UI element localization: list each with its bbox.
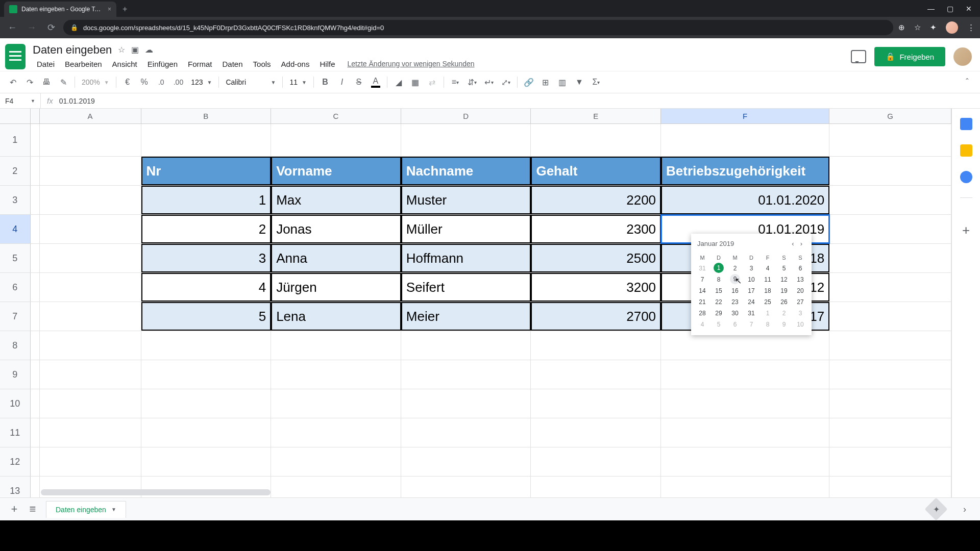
explore-button[interactable]: ✦	[924, 497, 947, 520]
datepicker-day[interactable]: 27	[792, 296, 808, 308]
datepicker-day[interactable]: 31	[743, 308, 760, 319]
datepicker-day[interactable]: 29	[710, 308, 727, 319]
decrease-decimal-icon[interactable]: .0	[154, 74, 169, 90]
filter-icon[interactable]: ▼	[572, 74, 587, 90]
currency-icon[interactable]: €	[120, 74, 135, 90]
menu-ansicht[interactable]: Ansicht	[108, 58, 141, 70]
row-header[interactable]: 6	[0, 273, 31, 302]
browser-menu-icon[interactable]: ⋮	[967, 23, 975, 32]
show-side-panel-icon[interactable]: ›	[954, 504, 975, 515]
cell[interactable]	[829, 186, 951, 214]
v-align-icon[interactable]: ⇵▾	[464, 74, 480, 90]
row-header[interactable]: 10	[0, 389, 31, 418]
menu-hilfe[interactable]: Hilfe	[315, 58, 339, 70]
name-box[interactable]: F4 ▼	[0, 93, 41, 108]
cloud-icon[interactable]: ☁	[145, 45, 153, 55]
datepicker-day[interactable]: 15	[710, 285, 727, 296]
row-header[interactable]: 5	[0, 244, 31, 272]
datepicker-day[interactable]: 16	[727, 285, 743, 296]
datepicker-day[interactable]: 8	[760, 319, 776, 330]
borders-icon[interactable]: ▦	[408, 74, 423, 90]
text-wrap-icon[interactable]: ↵▾	[481, 74, 497, 90]
cell[interactable]	[40, 389, 141, 418]
cell[interactable]: Betriebszugehörigkeit	[661, 157, 829, 185]
datepicker-day[interactable]: 5	[776, 263, 792, 274]
bold-icon[interactable]: B	[317, 74, 333, 90]
menu-addons[interactable]: Add-ons	[277, 58, 314, 70]
datepicker-day[interactable]: 6	[792, 263, 808, 274]
cell[interactable]: 1	[141, 186, 272, 214]
menu-daten[interactable]: Daten	[218, 58, 247, 70]
cell[interactable]	[829, 331, 951, 360]
cell[interactable]: Seifert	[401, 273, 531, 302]
cell[interactable]	[40, 331, 141, 360]
menu-tools[interactable]: Tools	[249, 58, 275, 70]
cell[interactable]: 4	[141, 273, 272, 302]
datepicker-prev-icon[interactable]: ‹	[789, 240, 797, 247]
cell[interactable]	[401, 389, 531, 418]
row-header[interactable]: 13	[0, 477, 31, 497]
star-icon[interactable]: ☆	[118, 45, 125, 55]
cell[interactable]	[531, 124, 661, 156]
horizontal-scrollbar[interactable]	[41, 489, 271, 495]
formula-input[interactable]: 01.01.2019	[59, 97, 95, 105]
cell[interactable]	[401, 418, 531, 447]
cell[interactable]	[271, 477, 401, 497]
datepicker-day[interactable]: 17	[743, 285, 760, 296]
cell[interactable]	[829, 244, 951, 272]
cell[interactable]: 3	[141, 244, 272, 272]
cell[interactable]	[531, 331, 661, 360]
all-sheets-button[interactable]: ≡	[23, 500, 42, 518]
cell[interactable]	[661, 477, 829, 497]
zoom-select[interactable]: 200%▼	[79, 78, 112, 86]
extensions-icon[interactable]: ✦	[930, 23, 937, 32]
close-tab-icon[interactable]: ×	[108, 6, 111, 13]
cell[interactable]	[141, 331, 272, 360]
datepicker-day[interactable]: 1	[714, 263, 724, 273]
comments-icon[interactable]	[851, 50, 866, 63]
cell[interactable]: 2700	[531, 302, 661, 331]
datepicker-day[interactable]: 3	[792, 308, 808, 319]
cell[interactable]	[40, 302, 141, 331]
insert-chart-icon[interactable]: ▥	[555, 74, 570, 90]
datepicker-day[interactable]: 8	[710, 274, 727, 285]
datepicker-day[interactable]: 23	[727, 296, 743, 308]
cell[interactable]	[141, 418, 272, 447]
cell[interactable]	[531, 477, 661, 497]
cell[interactable]	[661, 447, 829, 476]
cell[interactable]: Vorname	[271, 157, 401, 185]
cell[interactable]	[141, 447, 272, 476]
cell[interactable]	[40, 273, 141, 302]
text-rotation-icon[interactable]: ⤢▾	[498, 74, 513, 90]
cell[interactable]: Hoffmann	[401, 244, 531, 272]
h-align-icon[interactable]: ≡▾	[448, 74, 463, 90]
cell[interactable]	[829, 477, 951, 497]
cell[interactable]: Anna	[271, 244, 401, 272]
print-icon[interactable]: 🖶	[39, 74, 54, 90]
cell[interactable]	[40, 360, 141, 389]
close-window-icon[interactable]: ✕	[966, 5, 972, 13]
col-header-a[interactable]: A	[40, 109, 141, 123]
cell[interactable]: Jürgen	[271, 273, 401, 302]
reload-icon[interactable]: ⟳	[44, 22, 58, 33]
row-header[interactable]: 8	[0, 331, 31, 360]
col-header-d[interactable]: D	[401, 109, 531, 123]
menu-datei[interactable]: Datei	[33, 58, 59, 70]
cell[interactable]: 2500	[531, 244, 661, 272]
browser-tab[interactable]: Daten eingeben - Google Tabelle ×	[4, 2, 116, 17]
cell[interactable]	[40, 124, 141, 156]
cell[interactable]	[661, 360, 829, 389]
cell[interactable]	[401, 447, 531, 476]
col-header-b[interactable]: B	[141, 109, 272, 123]
datepicker-day[interactable]: 7	[743, 319, 760, 330]
cell[interactable]: Lena	[271, 302, 401, 331]
row-header[interactable]: 1	[0, 124, 31, 156]
cell[interactable]: 5	[141, 302, 272, 331]
cell[interactable]	[829, 389, 951, 418]
cell[interactable]	[271, 331, 401, 360]
cell[interactable]: 2200	[531, 186, 661, 214]
calendar-addon-icon[interactable]	[960, 118, 972, 130]
back-icon[interactable]: ←	[5, 22, 19, 33]
col-header-c[interactable]: C	[271, 109, 401, 123]
tasks-addon-icon[interactable]	[960, 171, 972, 183]
